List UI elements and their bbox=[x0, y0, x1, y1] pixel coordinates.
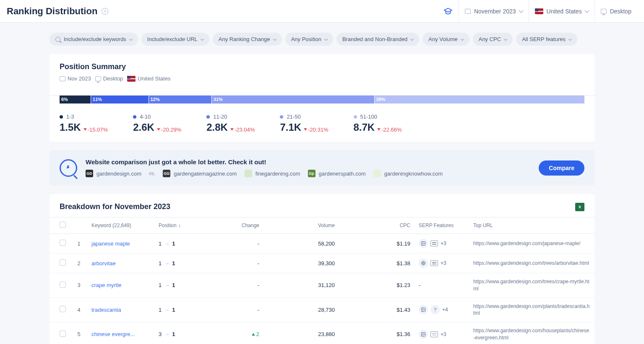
site-domain: gardengatemagazine.com bbox=[174, 171, 237, 177]
question-serp-icon: ? bbox=[430, 305, 440, 314]
table-row: 1 japanese maple 1 → 1 - 58,200 $1.19 +3… bbox=[50, 234, 594, 253]
distribution-legend: 1-3 1.5K-15.07%4-10 2.6K-20.29%11-20 2.8… bbox=[60, 114, 584, 133]
country-selector[interactable]: United States bbox=[529, 8, 594, 15]
legend-item[interactable]: 1-3 1.5K-15.07% bbox=[60, 114, 108, 133]
position-cell: 1 → 1 bbox=[159, 241, 188, 247]
row-checkbox[interactable] bbox=[60, 259, 66, 266]
legend-item[interactable]: 21-50 7.1K-20.31% bbox=[280, 114, 328, 133]
column-change[interactable]: Change bbox=[192, 217, 263, 234]
cpc-cell: $1.38 bbox=[339, 253, 415, 273]
top-url[interactable]: https://www.gardendesign.com/plants/trad… bbox=[473, 303, 590, 316]
volume-cell: 28,730 bbox=[263, 297, 339, 322]
book-serp-icon bbox=[430, 241, 438, 246]
compare-button[interactable]: Compare bbox=[539, 160, 584, 176]
summary-meta: Nov 2023 Desktop United States bbox=[60, 75, 584, 82]
column-volume[interactable]: Volume bbox=[263, 217, 339, 234]
filter-pill[interactable]: Any Ranking Change bbox=[213, 33, 282, 46]
legend-item[interactable]: 51-100 8.7K-22.66% bbox=[354, 114, 402, 133]
legend-item[interactable]: 4-10 2.6K-20.29% bbox=[133, 114, 181, 133]
row-checkbox[interactable] bbox=[60, 240, 66, 246]
distribution-segment[interactable]: 38% bbox=[375, 96, 584, 103]
serp-more: +4 bbox=[442, 307, 448, 313]
row-checkbox[interactable] bbox=[60, 282, 66, 288]
change-cell: - bbox=[192, 253, 263, 273]
serp-more: +3 bbox=[441, 260, 446, 266]
row-checkbox[interactable] bbox=[60, 331, 66, 337]
distribution-segment[interactable]: 6% bbox=[60, 96, 91, 103]
info-icon[interactable]: i bbox=[102, 8, 108, 15]
breakdown-card: Breakdown for November 2023 x Keyword (2… bbox=[50, 194, 594, 344]
column-keyword[interactable]: Keyword (22,649) bbox=[87, 217, 154, 234]
distribution-segment[interactable]: 31% bbox=[212, 96, 375, 103]
breakdown-table: Keyword (22,649) Position↓ Change Volume… bbox=[50, 217, 594, 344]
keyword-link[interactable]: chinese evergre... bbox=[91, 331, 135, 337]
filter-pill[interactable]: Any CPC bbox=[473, 33, 513, 46]
filter-label: All SERP features bbox=[522, 36, 566, 42]
keyword-link[interactable]: crape myrtle bbox=[91, 282, 122, 288]
date-selector[interactable]: November 2023 bbox=[459, 8, 529, 15]
legend-item[interactable]: 11-20 2.8K-23.04% bbox=[206, 114, 255, 133]
image-serp-icon bbox=[419, 239, 428, 248]
compare-site: gardeningknowhow.com bbox=[373, 170, 443, 177]
column-cpc[interactable]: CPC bbox=[339, 217, 415, 234]
summary-date: Nov 2023 bbox=[68, 75, 91, 82]
academy-icon[interactable] bbox=[438, 7, 459, 16]
country-label: United States bbox=[547, 8, 582, 15]
compare-sites: GDgardendesign.comvs.GGgardengatemagazin… bbox=[86, 170, 530, 177]
comparison-banner: Website comparison just got a whole lot … bbox=[50, 150, 594, 186]
summary-country: United States bbox=[138, 75, 170, 82]
svg-point-8 bbox=[422, 333, 423, 334]
legend-dot-icon bbox=[60, 115, 63, 119]
filter-pill[interactable]: Any Volume bbox=[422, 33, 469, 46]
site-domain: gardeningknowhow.com bbox=[384, 171, 443, 177]
legend-dot-icon bbox=[133, 115, 136, 119]
legend-dot-icon bbox=[354, 115, 357, 119]
filter-pill[interactable]: Any Position bbox=[285, 33, 333, 46]
column-position[interactable]: Position↓ bbox=[154, 217, 192, 234]
chevron-down-icon bbox=[568, 37, 572, 40]
top-url[interactable]: https://www.gardendesign.com/houseplants… bbox=[473, 328, 589, 341]
filter-label: Branded and Non-Branded bbox=[342, 36, 407, 42]
filter-pill[interactable]: Include/exclude keywords bbox=[50, 33, 138, 46]
change-cell: 2 bbox=[192, 322, 263, 344]
top-url[interactable]: https://www.gardendesign.com/japanese-ma… bbox=[473, 241, 580, 246]
legend-dot-icon bbox=[280, 115, 283, 119]
row-checkbox[interactable] bbox=[60, 306, 66, 312]
arrow-down-icon bbox=[83, 128, 87, 131]
position-cell: 3 → 1 bbox=[159, 331, 188, 337]
book-serp-icon bbox=[430, 331, 438, 337]
change-cell: - bbox=[192, 234, 263, 253]
legend-dot-icon bbox=[206, 115, 210, 119]
book-serp-icon bbox=[430, 260, 438, 266]
date-label: November 2023 bbox=[474, 8, 516, 15]
cpc-cell: $1.19 bbox=[339, 234, 415, 253]
filter-pill[interactable]: Include/exclude URL bbox=[141, 33, 209, 46]
distribution-segment[interactable]: 12% bbox=[149, 96, 212, 103]
device-selector[interactable]: Desktop bbox=[595, 8, 637, 15]
filter-pill[interactable]: All SERP features bbox=[516, 33, 577, 46]
arrow-down-icon bbox=[230, 128, 234, 131]
column-serp[interactable]: SERP Features bbox=[415, 217, 469, 234]
image-serp-icon bbox=[419, 305, 428, 314]
arrow-up-icon bbox=[252, 333, 255, 336]
calendar-icon bbox=[60, 76, 65, 81]
flag-icon bbox=[535, 8, 543, 14]
chevron-down-icon bbox=[324, 37, 328, 40]
column-url[interactable]: Top URL bbox=[469, 217, 594, 234]
sort-down-icon: ↓ bbox=[178, 222, 181, 228]
distribution-segment[interactable]: 11% bbox=[91, 96, 149, 103]
filter-pill[interactable]: Branded and Non-Branded bbox=[336, 33, 419, 46]
legend-value: 7.1K bbox=[280, 122, 301, 133]
svg-point-6 bbox=[422, 309, 423, 310]
keyword-link[interactable]: arborvitae bbox=[91, 260, 116, 266]
top-url[interactable]: https://www.gardendesign.com/trees/crape… bbox=[473, 279, 589, 292]
select-all-checkbox[interactable] bbox=[60, 222, 66, 228]
top-url[interactable]: https://www.gardendesign.com/trees/arbor… bbox=[473, 260, 589, 266]
legend-range: 21-50 bbox=[287, 114, 300, 120]
export-excel-icon[interactable]: x bbox=[575, 203, 584, 211]
legend-range: 4-10 bbox=[140, 114, 151, 120]
keyword-link[interactable]: tradescantia bbox=[91, 307, 121, 313]
chevron-down-icon bbox=[410, 37, 414, 40]
keyword-link[interactable]: japanese maple bbox=[91, 241, 130, 247]
page-title: Ranking Distribution i bbox=[7, 6, 108, 17]
